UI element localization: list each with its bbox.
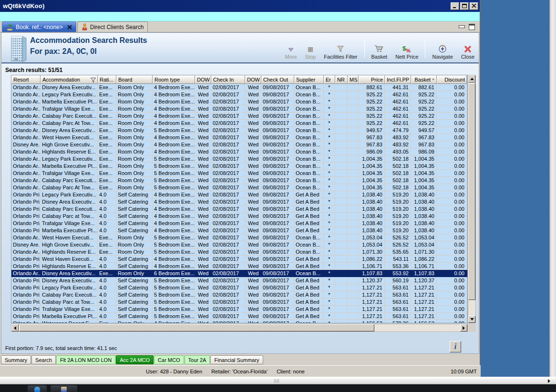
- tab-flight-2a-lon-mco-lon[interactable]: Flt 2A LON MCO LON: [56, 355, 115, 364]
- nett-price-icon: $ %: [402, 45, 411, 53]
- table-row[interactable]: Orlando Ar...Trafalgar Village Exe...Exe…: [11, 170, 467, 177]
- table-row[interactable]: Orlando Pri...Trafalgar Village Exe...4.…: [11, 306, 467, 313]
- table-cell: 0.00: [437, 206, 467, 213]
- table-row[interactable]: Orlando Ar...Disney Area Executiv...Exe.…: [11, 127, 467, 134]
- tab-tour-2a[interactable]: Tour 2A: [185, 355, 210, 364]
- table-row[interactable]: Disney Are...High Grove Executiv...Exe..…: [11, 141, 467, 148]
- table-row[interactable]: Orlando Pri...Marbella Executive Pl...4.…: [11, 313, 467, 320]
- column-header[interactable]: MS: [348, 75, 359, 84]
- table-row[interactable]: Orlando Ar...Disney Area Executiv...Exe.…: [11, 84, 467, 91]
- table-row[interactable]: Orlando Ar...Legacy Park Executiv...Exe.…: [11, 155, 467, 163]
- facilities-filter-button[interactable]: Facilities Filter: [322, 45, 359, 60]
- tab-car-mco[interactable]: Car MCO: [154, 355, 184, 364]
- table-row[interactable]: Orlando Ar...Legacy Park Executiv...Exe.…: [11, 91, 467, 98]
- table-row[interactable]: Orlando Pri...West Haven Executi...4.0Se…: [11, 256, 467, 263]
- table-row[interactable]: Disney Are...High Grove Executiv...Exe..…: [11, 241, 467, 248]
- close-panel-button[interactable]: Close: [460, 45, 476, 60]
- tab-summary[interactable]: Summary: [1, 355, 31, 364]
- minimize-button[interactable]: [451, 2, 459, 10]
- grip-handle-icon[interactable]: [274, 379, 279, 383]
- column-header[interactable]: Room type: [153, 75, 195, 84]
- maximize-button[interactable]: [460, 2, 469, 10]
- taskbar-button-files[interactable]: [51, 385, 77, 392]
- table-cell: Exe...: [98, 134, 116, 141]
- table-row[interactable]: Orlando Pri...Trafalgar Village Exe...4.…: [11, 220, 467, 227]
- table-row[interactable]: Orlando Pri...Disney Area Executiv...4.0…: [11, 277, 467, 284]
- mdi-restore-icon[interactable]: [469, 24, 475, 30]
- stop-button[interactable]: Stop: [304, 46, 318, 60]
- table-row[interactable]: Orlando Ar...Marbella Executive Pl...Exe…: [11, 98, 467, 105]
- table-cell: Get A Bed: [294, 277, 324, 284]
- horizontal-scrollbar[interactable]: [11, 324, 468, 332]
- column-header[interactable]: Supplier: [294, 75, 324, 84]
- nett-price-button[interactable]: $ % Nett Price: [394, 44, 420, 60]
- table-row[interactable]: Orlando Ar...Highlands Reserve E...Exe..…: [11, 148, 467, 155]
- vertical-scroll-thumb[interactable]: [468, 83, 475, 300]
- horizontal-scroll-thumb[interactable]: [19, 324, 374, 331]
- table-row[interactable]: Orlando Pri...Calabay Parc Executi...4.0…: [11, 291, 467, 299]
- table-row[interactable]: Orlando Ar...Marbella Executive Pl...Exe…: [11, 163, 467, 170]
- column-header[interactable]: Price: [359, 75, 385, 84]
- window-titlebar[interactable]: wQt6kVdKoo): [0, 0, 480, 12]
- table-row[interactable]: Orlando Ar...Calabay Parc Executi...Exe.…: [11, 113, 467, 120]
- table-cell: [335, 177, 348, 184]
- column-header[interactable]: Resort: [11, 75, 41, 84]
- column-header[interactable]: Er: [324, 75, 335, 84]
- scroll-up-button[interactable]: [468, 75, 475, 83]
- column-header[interactable]: NR: [335, 75, 348, 84]
- column-header[interactable]: DOW: [245, 75, 261, 84]
- table-cell: 09/08/2017: [261, 256, 294, 263]
- table-row[interactable]: Orlando Ar...Calabay Parc At Tow...Exe..…: [11, 184, 467, 191]
- table-cell: 5 Bedroom Exe...: [153, 306, 195, 313]
- column-header[interactable]: Board: [116, 75, 153, 84]
- table-row[interactable]: Orlando Ar...West Haven Executi...Exe...…: [11, 234, 467, 241]
- table-row[interactable]: Orlando Pri...Marbella Executive Pl...4.…: [11, 227, 467, 234]
- table-row[interactable]: Orlando Ar...West Haven Executi...Exe...…: [11, 134, 467, 141]
- column-header[interactable]: DOW: [195, 75, 211, 84]
- column-header[interactable]: Basket▼: [411, 75, 437, 84]
- table-row[interactable]: Orlando Pri...Disney Area Executiv...4.0…: [11, 198, 467, 206]
- table-row[interactable]: Orlando Ar...Calabay Parc Executi...Exe.…: [11, 177, 467, 184]
- table-row[interactable]: Orlando Pri...Calabay Parc Executi...4.0…: [11, 206, 467, 213]
- tab-direct-clients-search[interactable]: Direct Clients Search: [77, 21, 148, 32]
- table-row-selected[interactable]: Orlando Ar...Disney Area Executiv...Exe.…: [11, 270, 467, 277]
- table-row[interactable]: Orlando Pri...Calabay Parc at Tow...4.0S…: [11, 299, 467, 306]
- tab-search[interactable]: Search: [31, 355, 56, 364]
- table-row[interactable]: Orlando Pri...Highlands Reserve E...4.0S…: [11, 263, 467, 270]
- vertical-scrollbar[interactable]: [468, 75, 476, 323]
- table-cell: Get A Bed: [294, 299, 324, 306]
- column-header[interactable]: Rati...: [98, 75, 116, 84]
- column-header[interactable]: Check Out: [261, 75, 294, 84]
- table-row[interactable]: Orlando Ar...Trafalgar Village Exe...Exe…: [11, 105, 467, 113]
- scroll-down-button[interactable]: [468, 316, 475, 323]
- column-header[interactable]: Accommodation: [41, 75, 98, 84]
- info-button[interactable]: i: [450, 341, 461, 352]
- tab-financial-summary[interactable]: Financial Summary: [210, 355, 263, 364]
- table-row[interactable]: Orlando Ar...Calabay Parc At Tow...Exe..…: [11, 120, 467, 127]
- tab-close-icon[interactable]: [67, 25, 72, 30]
- table-row[interactable]: Orlando Pri...Legacy Park Executiv...4.0…: [11, 191, 467, 198]
- column-filter-icon[interactable]: [91, 77, 96, 84]
- basket-button[interactable]: Basket: [370, 44, 389, 60]
- table-cell: 4 Bedroom Exe...: [153, 213, 195, 220]
- column-header[interactable]: Incl.Fl.PP: [385, 75, 411, 84]
- column-header[interactable]: Discount: [437, 75, 467, 84]
- tab-booking-ref[interactable]: Book. ref.: <none>: [2, 21, 76, 32]
- table-row[interactable]: Orlando Pri...Calabay Parc at Tow...4.0S…: [11, 213, 467, 220]
- scroll-right-button[interactable]: [460, 324, 467, 331]
- column-header[interactable]: Check In: [211, 75, 245, 84]
- navigate-button[interactable]: Navigate: [431, 44, 454, 60]
- tab-acc-2a-mco[interactable]: Acc 2A MCO: [116, 355, 154, 364]
- close-button[interactable]: [470, 2, 478, 10]
- table-cell: [335, 320, 348, 323]
- table-row[interactable]: Orlando Ar...Watersong Resort E...Exe...…: [11, 320, 467, 323]
- scroll-left-button[interactable]: [11, 324, 19, 331]
- table-cell: 563.61: [385, 306, 411, 313]
- mdi-minimize-icon[interactable]: [459, 25, 465, 29]
- table-cell: Orlando Ar...: [11, 248, 41, 256]
- more-button[interactable]: More: [284, 46, 299, 60]
- table-row[interactable]: Orlando Ar...Highlands Reserve E...Exe..…: [11, 248, 467, 256]
- taskbar-button-browser[interactable]: [28, 385, 47, 392]
- table-row[interactable]: Orlando Pri...Legacy Park Executiv...4.0…: [11, 284, 467, 291]
- dock-expand-icon[interactable]: [548, 379, 550, 383]
